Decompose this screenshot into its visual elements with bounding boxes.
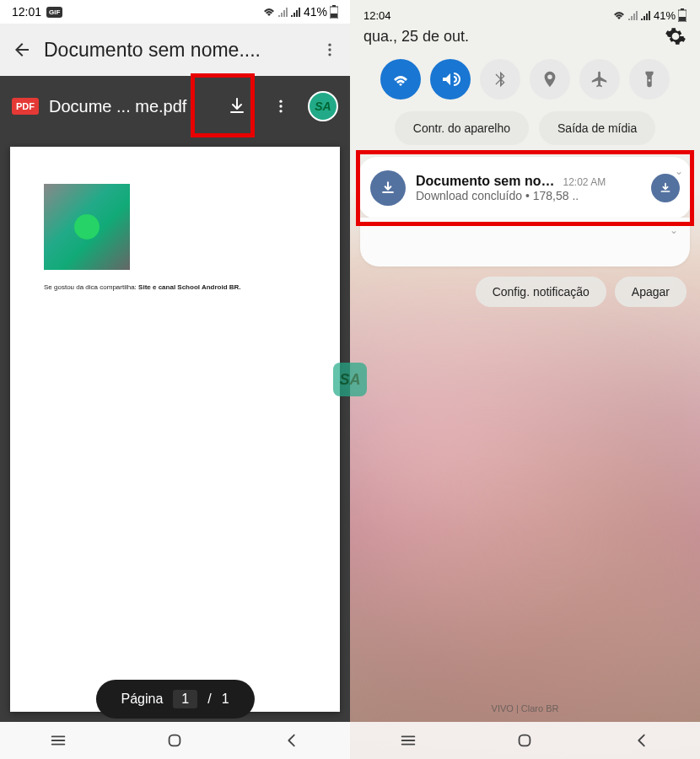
pdf-toolbar: PDF Docume ... me.pdf SA [0, 76, 350, 137]
svg-rect-2 [331, 13, 337, 18]
back-icon[interactable] [12, 40, 32, 60]
clear-button[interactable]: Apagar [615, 277, 687, 307]
download-complete-icon [370, 170, 406, 206]
home-icon[interactable] [515, 731, 534, 750]
sound-icon [440, 69, 460, 89]
clock: 12:04 [363, 9, 391, 22]
location-icon [541, 70, 559, 89]
document-title[interactable]: Documento sem nome.... [44, 39, 310, 62]
airplane-toggle[interactable] [579, 59, 620, 100]
signal-icon-2 [291, 7, 301, 17]
signal-icon-2 [641, 10, 651, 20]
shade-header: 12:04 41% qua., 25 de out. Contr. do apa… [350, 0, 700, 157]
shade-date[interactable]: qua., 25 de out. [363, 28, 469, 46]
chevron-down-icon: ⌄ [670, 224, 678, 236]
back-nav-icon[interactable] [633, 731, 651, 750]
recents-icon[interactable] [49, 731, 67, 750]
notification-download[interactable]: Documento sem no… 12:02 AM Download conc… [358, 157, 692, 219]
pill-row: Contr. do aparelho Saída de mídia [363, 111, 687, 145]
sound-toggle[interactable] [430, 59, 471, 100]
navbar [350, 722, 700, 759]
page-label: Página [121, 692, 163, 707]
notification-time: 12:02 AM [563, 176, 606, 188]
back-nav-icon[interactable] [283, 731, 301, 750]
download-icon [227, 96, 247, 116]
notification-body: Documento sem no… 12:02 AM Download conc… [416, 174, 641, 202]
notification-subtitle: Download concluído • 178,58 .. [416, 189, 641, 202]
wifi-icon [612, 9, 626, 21]
home-icon[interactable] [165, 731, 184, 750]
svg-point-7 [279, 105, 282, 107]
bluetooth-icon [491, 70, 509, 89]
clock: 12:01 [12, 5, 41, 19]
page-indicator[interactable]: Página 1 / 1 [95, 680, 254, 719]
svg-rect-12 [679, 17, 686, 21]
svg-rect-13 [520, 735, 530, 746]
flashlight-toggle[interactable] [629, 59, 670, 100]
statusbar: 12:01 GIF 41% [0, 0, 350, 24]
download-button[interactable] [220, 89, 254, 123]
page-total: 1 [222, 692, 229, 707]
pdf-page-text: Se gostou da dica compartilha: Site e ca… [44, 283, 306, 291]
wifi-toggle[interactable] [380, 59, 421, 100]
svg-point-6 [279, 100, 282, 103]
carrier-label: VIVO | Claro BR [350, 703, 700, 713]
notification-title: Documento sem no… [416, 174, 554, 189]
notification-action-button[interactable] [651, 174, 680, 202]
page-current[interactable]: 1 [173, 690, 197, 708]
quick-settings-row [363, 59, 687, 100]
more-button[interactable] [264, 89, 298, 123]
pdf-filename: Docume ... me.pdf [49, 97, 210, 116]
shade-actions: Config. notificação Apagar [350, 266, 700, 317]
airplane-icon [590, 70, 609, 89]
wifi-icon [390, 69, 411, 89]
notification-stack: Documento sem no… 12:02 AM Download conc… [358, 157, 692, 266]
flashlight-icon [640, 70, 659, 89]
more-icon[interactable] [321, 41, 338, 58]
battery-text: 41% [654, 9, 676, 22]
settings-icon[interactable] [665, 25, 687, 47]
signal-icon [628, 10, 638, 20]
media-output-button[interactable]: Saída de mídia [539, 111, 655, 145]
svg-rect-9 [170, 735, 180, 746]
svg-point-8 [279, 110, 282, 112]
location-toggle[interactable] [530, 59, 570, 100]
signal-icon [278, 7, 288, 17]
download-done-icon [659, 181, 672, 195]
more-vert-icon [272, 98, 289, 115]
watermark-logo: SA [333, 363, 367, 396]
pdf-embedded-image [44, 184, 130, 270]
page-separator: / [207, 692, 211, 707]
battery-icon [330, 5, 338, 19]
bluetooth-toggle[interactable] [480, 59, 520, 100]
phone-left-pdf-viewer: 12:01 GIF 41% Documento sem nome.... PDF… [0, 0, 350, 759]
battery-icon [678, 8, 687, 22]
gif-badge-icon: GIF [46, 7, 62, 18]
pdf-badge-icon: PDF [12, 98, 39, 115]
recents-icon[interactable] [399, 731, 417, 750]
navbar [0, 722, 350, 759]
svg-point-3 [328, 44, 331, 46]
pdf-viewport[interactable]: Se gostou da dica compartilha: Site e ca… [0, 137, 350, 722]
notification-settings-button[interactable]: Config. notificação [476, 277, 606, 307]
notification-collapsed-group[interactable]: ⌄ [360, 218, 690, 266]
svg-point-5 [328, 53, 331, 56]
device-control-button[interactable]: Contr. do aparelho [395, 111, 529, 145]
chevron-down-icon[interactable]: ⌄ [675, 165, 683, 177]
pdf-page: Se gostou da dica compartilha: Site e ca… [10, 147, 340, 712]
battery-text: 41% [304, 5, 327, 19]
phone-right-notification-shade: 12:04 41% qua., 25 de out. Contr. do apa… [350, 0, 700, 759]
app-header: Documento sem nome.... [0, 24, 350, 76]
avatar[interactable]: SA [308, 91, 338, 121]
wifi-icon [262, 6, 276, 18]
svg-point-4 [328, 48, 331, 51]
